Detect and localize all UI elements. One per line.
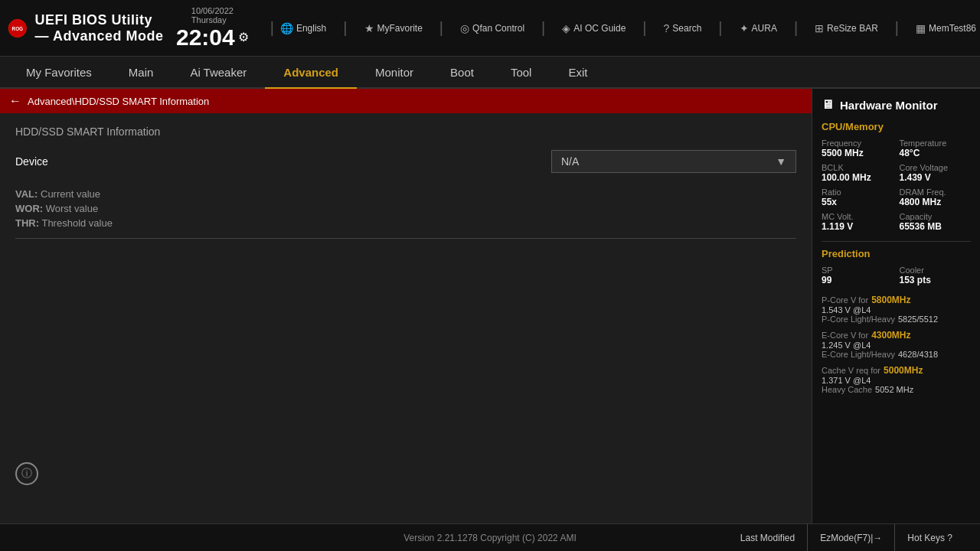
sep2: |	[439, 19, 443, 37]
nav-myfavorite[interactable]: ★ MyFavorite	[364, 22, 423, 34]
back-button[interactable]: ←	[9, 94, 21, 108]
hot-keys-button[interactable]: Hot Keys ?	[895, 524, 965, 552]
sep7: |	[895, 19, 899, 37]
resize-icon: ⊞	[815, 22, 824, 34]
stat-dram-freq: DRAM Freq. 4800 MHz	[900, 187, 972, 207]
stat-cooler: Cooler 153 pts	[900, 266, 972, 285]
prediction-sp-cooler: SP 99 Cooler 153 pts	[822, 266, 971, 285]
search-question-icon: ?	[664, 22, 670, 34]
breadcrumb-bar: ← Advanced\HDD/SSD SMART Information	[0, 89, 812, 113]
device-dropdown[interactable]: N/A ▼	[551, 150, 796, 173]
dropdown-arrow-icon: ▼	[776, 155, 786, 168]
cpu-memory-stats: Frequency 5500 MHz Temperature 48°C BCLK…	[822, 139, 971, 232]
nav-ai-oc-label: AI OC Guide	[573, 23, 626, 34]
nav-memtest[interactable]: ▦ MemTest86	[916, 22, 976, 34]
nav-ai-oc[interactable]: ◈ AI OC Guide	[562, 22, 626, 34]
qfan-icon: ◎	[460, 22, 469, 34]
globe-icon: 🌐	[280, 22, 293, 34]
memtest-icon: ▦	[916, 22, 926, 34]
datetime-area: 10/06/2022Thursday 22:04 ⚙	[176, 6, 249, 51]
ez-mode-button[interactable]: EzMode(F7)|→	[808, 524, 895, 552]
nav-search-label: Search	[672, 23, 701, 34]
stat-ratio: Ratio 55x	[822, 187, 893, 207]
sep1: |	[343, 19, 347, 37]
content-wrapper: ← Advanced\HDD/SSD SMART Information HDD…	[0, 89, 980, 523]
panel-content: HDD/SSD SMART Information Device N/A ▼ V…	[0, 113, 812, 523]
asus-rog-logo: ROG	[8, 10, 28, 47]
last-modified-button[interactable]: Last Modified	[728, 524, 808, 552]
nav-aura[interactable]: ✦ AURA	[740, 22, 777, 34]
nav-memtest-label: MemTest86	[929, 23, 976, 34]
tab-monitor[interactable]: Monitor	[357, 56, 432, 88]
monitor-icon: 🖥	[822, 98, 834, 112]
logo-area: ROG UEFI BIOS Utility — Advanced Mode	[8, 10, 168, 47]
sep3: |	[541, 19, 545, 37]
prediction-e-core: E-Core V for 4300MHz 1.245 V @L4 E-Core …	[822, 330, 971, 359]
stat-temperature: Temperature 48°C	[900, 139, 972, 158]
nav-aura-label: AURA	[752, 23, 777, 34]
sidebar-title: 🖥 Hardware Monitor	[822, 98, 971, 112]
main-panel: ← Advanced\HDD/SSD SMART Information HDD…	[0, 89, 812, 523]
tab-my-favorites[interactable]: My Favorites	[8, 56, 110, 88]
info-button[interactable]: ⓘ	[15, 462, 38, 485]
footer-buttons: Last Modified EzMode(F7)|→ Hot Keys ?	[728, 524, 965, 552]
device-row: Device N/A ▼	[15, 150, 796, 173]
device-value: N/A	[561, 155, 579, 168]
time-display: 22:04	[176, 24, 235, 51]
main-nav: My Favorites Main Ai Tweaker Advanced Mo…	[0, 57, 980, 89]
nav-english-label: English	[296, 23, 326, 34]
star-icon: ★	[364, 22, 374, 34]
stat-frequency: Frequency 5500 MHz	[822, 139, 893, 158]
nav-english[interactable]: 🌐 English	[280, 22, 326, 34]
aura-icon: ✦	[740, 22, 749, 34]
header-separator: |	[270, 19, 274, 37]
sep6: |	[794, 19, 798, 37]
stat-capacity: Capacity 65536 MB	[900, 212, 972, 232]
settings-icon[interactable]: ⚙	[238, 30, 249, 44]
header: ROG UEFI BIOS Utility — Advanced Mode 10…	[0, 0, 980, 57]
ai-oc-icon: ◈	[562, 22, 570, 34]
header-title-area: UEFI BIOS Utility — Advanced Mode	[35, 12, 168, 44]
nav-resize-bar-label: ReSize BAR	[827, 23, 878, 34]
footer: Version 2.21.1278 Copyright (C) 2022 AMI…	[0, 523, 980, 551]
nav-search[interactable]: ? Search	[664, 22, 702, 34]
stat-bclk: BCLK 100.00 MHz	[822, 163, 893, 183]
stat-core-voltage: Core Voltage 1.439 V	[900, 163, 972, 183]
tab-advanced[interactable]: Advanced	[265, 57, 357, 89]
nav-myfavorite-label: MyFavorite	[377, 23, 423, 34]
sep5: |	[718, 19, 722, 37]
cpu-memory-header: CPU/Memory	[822, 121, 971, 132]
top-nav: 🌐 English | ★ MyFavorite | ◎ Qfan Contro…	[280, 19, 976, 37]
legend-area: VAL: Current value WOR: Worst value THR:…	[15, 188, 796, 239]
panel-section-title: HDD/SSD SMART Information	[15, 126, 796, 138]
sep4: |	[642, 19, 646, 37]
prediction-header: Prediction	[822, 248, 971, 259]
version-text: Version 2.21.1278 Copyright (C) 2022 AMI	[403, 533, 576, 543]
tab-ai-tweaker[interactable]: Ai Tweaker	[172, 56, 265, 88]
tab-exit[interactable]: Exit	[550, 56, 606, 88]
nav-qfan[interactable]: ◎ Qfan Control	[460, 22, 524, 34]
nav-qfan-label: Qfan Control	[472, 23, 524, 34]
prediction-p-core: P-Core V for 5800MHz 1.543 V @L4 P-Core …	[822, 295, 971, 324]
legend-val: VAL: Current value	[15, 188, 796, 200]
legend-wor: WOR: Worst value	[15, 203, 796, 214]
stat-mc-volt: MC Volt. 1.119 V	[822, 212, 893, 232]
stat-sp: SP 99	[822, 266, 893, 285]
date-display: 10/06/2022Thursday	[191, 6, 234, 24]
tab-main[interactable]: Main	[110, 56, 172, 88]
nav-resize-bar[interactable]: ⊞ ReSize BAR	[815, 22, 878, 34]
hardware-monitor-sidebar: 🖥 Hardware Monitor CPU/Memory Frequency …	[812, 89, 980, 523]
prediction-cache: Cache V req for 5000MHz 1.371 V @L4 Heav…	[822, 365, 971, 394]
legend-thr: THR: Threshold value	[15, 217, 796, 229]
svg-text:ROG: ROG	[12, 26, 24, 31]
breadcrumb: Advanced\HDD/SSD SMART Information	[28, 96, 209, 107]
time-area: 22:04 ⚙	[176, 24, 249, 51]
tab-tool[interactable]: Tool	[492, 56, 550, 88]
header-title: UEFI BIOS Utility — Advanced Mode	[35, 12, 168, 44]
device-label: Device	[15, 155, 92, 168]
tab-boot[interactable]: Boot	[432, 56, 492, 88]
sidebar-divider	[822, 241, 971, 242]
